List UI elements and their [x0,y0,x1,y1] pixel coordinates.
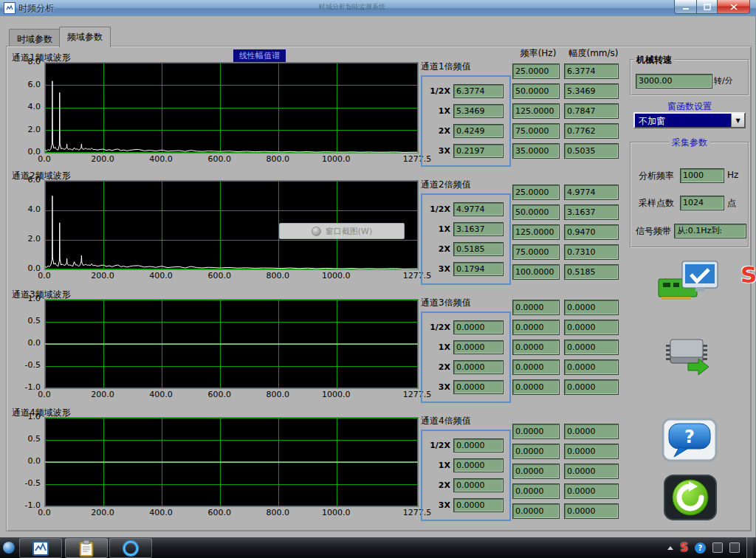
maximize-button[interactable] [697,0,717,14]
x-tick-label: 400.0 [143,390,179,399]
dropdown-arrow-icon[interactable]: ▼ [731,114,744,127]
sogou-floating-icon[interactable]: S [740,261,756,288]
signal-band-value: 从:0.1Hz到: [674,224,746,238]
harmonic-order-label: 2X [425,480,450,490]
x-tick-label: 800.0 [260,271,295,280]
refresh-icon[interactable] [662,474,719,524]
speed-value[interactable]: 3000.00 [636,74,712,89]
freq-cell: 25.0000 [512,63,560,79]
tab-time-domain-label: 时域参数 [17,34,52,44]
y-tick-label: 0.5 [28,317,41,326]
harmonic-value: 0.0000 [453,458,504,472]
channel3-wave-label: 通道3频域波形 [12,289,71,300]
channel3-freq-amp-table: 0.00000.0000 0.00000.0000 0.00000.0000 0… [512,300,619,395]
x-tick-label: 600.0 [202,271,237,280]
channel2-x-axis: 0.0200.0400.0600.0800.01000.01277.5 [44,270,425,281]
y-tick-label: -0.5 [25,361,41,370]
freq-cell: 0.0000 [512,464,560,479]
x-tick-label: 600.0 [202,154,237,164]
channel2-freq-amp-table: 25.00004.9774 50.00003.1637 125.00000.94… [512,185,619,280]
help-icon[interactable]: ? [662,418,718,465]
freq-cell: 0.0000 [512,379,560,395]
x-tick-label: 800.0 [260,154,295,164]
channel1-chart-block: 通道1频域波形 线性幅值谱 0.02.04.06.08.0 0.0200.040… [12,49,425,165]
x-tick-label: 800.0 [260,390,295,399]
harmonic-value: 0.0000 [453,360,504,374]
x-tick-label: 400.0 [143,508,179,517]
freq-cell: 100.0000 [512,264,560,280]
tab-time-domain[interactable]: 时域参数 [9,29,61,47]
channel3-harmonics-panel: 通道3倍频值 1/2X0.0000 1X0.0000 2X0.0000 3X0.… [421,297,511,403]
window-title: 时频分析 [18,2,54,15]
sample-count-unit: 点 [727,197,736,210]
amp-cell: 0.0000 [564,483,619,499]
tray-icon-b[interactable] [729,542,740,553]
taskbar-app-labview[interactable] [19,538,62,558]
freq-cell: 125.0000 [512,224,560,240]
sogou-tray-icon[interactable]: S [680,541,688,554]
tab-frequency-domain[interactable]: 频域参数 [59,27,111,47]
sample-count-value[interactable]: 1024 [680,196,724,210]
minimize-button[interactable] [674,0,697,14]
harmonic-value: 0.2197 [453,144,504,158]
channel1-spectrum-plot [44,62,419,154]
channel3-harmonics-title: 通道3倍频值 [421,297,511,309]
sample-count-label: 采样点数 [639,197,674,210]
analysis-freq-unit: Hz [727,170,738,180]
x-tick-label: 0.0 [27,390,62,399]
channel4-y-axis: -1.0-0.50.00.51.0 [12,417,44,507]
y-tick-label: 1.0 [28,294,41,303]
amp-cell: 0.7310 [564,244,619,260]
channel1-legend: 线性幅值谱 [233,49,286,62]
title-bar: 时频分析 时域分析智能监测系统 [0,0,756,16]
taskbar-app-clipboard[interactable] [65,538,108,558]
harmonic-value: 0.0000 [453,340,504,354]
harmonic-order-label: 1/2X [425,204,450,214]
channel3-spectrum-plot [44,299,419,389]
harmonic-order-label: 1X [425,106,450,116]
amp-cell: 0.0000 [564,359,619,375]
freq-cell: 0.0000 [512,359,560,375]
channel4-spectrum-plot [44,417,419,507]
chip-icon[interactable] [664,332,713,378]
taskbar-app-browser[interactable] [109,538,152,558]
y-tick-label: 2.0 [28,235,41,244]
acquisition-group-title: 采集参数 [669,137,710,149]
speed-unit-label: 转/分 [714,75,733,86]
amp-cell: 0.0000 [564,464,619,479]
amp-cell: 4.9774 [564,185,619,200]
channel1-harmonics-box: 1/2X6.3774 1X5.3469 2X0.4249 3X0.2197 [421,75,511,167]
harmonic-value: 5.3469 [453,104,504,118]
screenshot-overlay-button[interactable]: 窗口截图(W) [279,223,405,239]
harmonic-order-label: 1/2X [425,86,450,96]
amp-cell: 0.9470 [564,224,619,240]
app-icon [4,2,16,14]
freq-cell: 50.0000 [512,83,560,99]
tray-expander-icon[interactable] [667,546,673,550]
start-button[interactable] [3,542,15,554]
acquisition-group: 采集参数 分析频率 1000 Hz 采样点数 1024 点 信号频带 从:0.1… [630,142,749,248]
channel2-y-axis: 0.02.04.06.0 [12,180,44,270]
channel4-chart-block: 通道4频域波形 -1.0-0.50.00.51.0 0.0200.0400.06… [12,404,425,518]
y-tick-label: 6.0 [28,176,41,185]
window-function-label: 窗函数设置 [630,100,749,113]
tray-icon-a[interactable] [712,542,723,553]
x-tick-label: 0.0 [27,508,62,517]
clipboard-icon [78,540,94,557]
freq-cell: 35.0000 [512,143,560,159]
daq-card-icon[interactable] [657,260,721,306]
analysis-freq-value[interactable]: 1000 [680,168,724,183]
window-function-selected: 不加窗 [635,114,731,127]
show-desktop-button[interactable] [746,537,753,558]
harmonic-value: 0.5185 [453,242,504,256]
help-tray-icon[interactable]: ? [695,542,706,554]
amp-cell: 0.0000 [564,340,619,355]
window-function-dropdown[interactable]: 不加窗 ▼ [633,112,746,128]
amp-cell: 0.0000 [564,444,619,459]
freq-column-header: 频率(Hz) [512,47,564,60]
freq-cell: 0.0000 [512,340,560,355]
amp-cell: 0.0000 [564,503,619,519]
y-tick-label: 4.0 [28,205,41,214]
close-button[interactable] [717,0,750,14]
freq-cell: 125.0000 [512,103,560,119]
